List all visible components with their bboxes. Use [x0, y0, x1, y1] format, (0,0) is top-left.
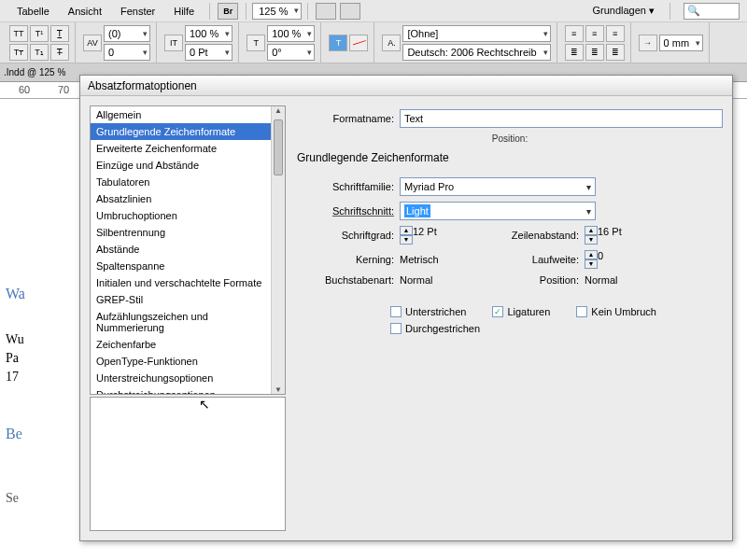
font-style-select[interactable]: Light [400, 202, 596, 220]
underline-checkbox[interactable]: Unterstrichen [390, 306, 466, 317]
canvas-text: Wu [6, 332, 24, 347]
category-item[interactable]: Aufzählungszeichen und Nummerierung [91, 308, 271, 336]
hscale-icon: T [247, 35, 265, 51]
category-item[interactable]: GREP-Stil [91, 291, 271, 308]
justify-icon[interactable]: ≣ [565, 44, 584, 61]
nobreak-checkbox[interactable]: Kein Umbruch [576, 306, 656, 317]
font-size-label: Schriftgrad: [297, 230, 400, 241]
category-item[interactable]: OpenType-Funktionen [91, 353, 271, 370]
allcaps-icon[interactable]: TT [9, 25, 28, 42]
charstyle-field[interactable]: [Ohne] [402, 25, 550, 42]
superscript-icon[interactable]: T¹ [30, 25, 49, 42]
menubar: Tabelle Ansicht Fenster Hilfe Br 125 % G… [0, 0, 747, 22]
canvas-text: Be [6, 426, 22, 442]
kerning-icon: AV [83, 35, 102, 51]
align-right-icon[interactable]: ≡ [606, 25, 625, 42]
category-item[interactable]: Grundlegende Zeichenformate [91, 123, 271, 140]
align-center-icon[interactable]: ≡ [585, 25, 604, 42]
zoom-select[interactable]: 125 % [252, 3, 302, 20]
bridge-icon[interactable]: Br [218, 3, 238, 20]
menu-fenster[interactable]: Fenster [111, 2, 164, 21]
category-item[interactable]: Abstände [91, 241, 271, 258]
tracking-field[interactable]: 0 [104, 44, 150, 61]
menu-hilfe[interactable]: Hilfe [164, 2, 204, 21]
tracking-spinner[interactable]: ▲▼ 0 [585, 250, 665, 269]
strikethrough-checkbox[interactable]: Durchgestrichen [390, 323, 480, 334]
category-item[interactable]: Einzüge und Abstände [91, 157, 271, 174]
tracking-label: Laufweite: [495, 254, 585, 265]
menu-ansicht[interactable]: Ansicht [59, 2, 111, 21]
position-select[interactable]: Normal [585, 274, 665, 286]
category-item[interactable]: Zeichenfarbe [91, 336, 271, 353]
position-label2: Position: [495, 274, 585, 286]
skew-field[interactable]: 0° [267, 44, 315, 61]
hscale-field[interactable]: 100 % [267, 25, 315, 42]
kerning-field[interactable]: (0) [104, 25, 150, 42]
search-input[interactable]: 🔍 [684, 3, 740, 20]
ligatures-checkbox[interactable]: ✓Ligaturen [492, 306, 550, 317]
menu-tabelle[interactable]: Tabelle [7, 2, 59, 21]
category-item[interactable]: Unterstreichungsoptionen [91, 370, 271, 386]
canvas-text: 17 [6, 370, 19, 385]
paragraph-style-dialog: Absatzformatoptionen AllgemeinGrundlegen… [79, 75, 733, 541]
position-label: Position: [297, 133, 723, 144]
justify-right-icon[interactable]: ≣ [606, 44, 625, 61]
control-toolbar: TTTᴛ T¹T₁ T̲T̶ AV (0) 0 IT 100 % 0 Pt T … [0, 22, 747, 63]
font-family-select[interactable]: Myriad Pro [400, 177, 596, 196]
workspace-select[interactable]: Grundlagen ▾ [583, 1, 664, 21]
kerning-label: Kerning: [297, 254, 400, 265]
stroke-icon[interactable]: ╱ [349, 35, 368, 51]
leading-label: Zeilenabstand: [495, 230, 585, 241]
canvas-text: Wa [6, 286, 25, 302]
align-left-icon[interactable]: ≡ [565, 25, 584, 42]
font-size-spinner[interactable]: ▲▼ 12 Pt [400, 226, 480, 245]
underline-icon[interactable]: T̲ [50, 25, 69, 42]
category-item[interactable]: Umbruchoptionen [91, 207, 271, 224]
category-item[interactable]: Silbentrennung [91, 224, 271, 241]
arrange-icon[interactable] [340, 3, 360, 20]
indent-field[interactable]: 0 mm [659, 35, 704, 51]
preview-box [90, 397, 286, 531]
category-item[interactable]: Initialen und verschachtelte Formate [91, 274, 271, 291]
category-item[interactable]: Durchstreichungsoptionen [91, 386, 271, 394]
justify-center-icon[interactable]: ≣ [585, 44, 604, 61]
fill-icon[interactable]: T [329, 35, 347, 51]
formatname-input[interactable]: Text [400, 109, 723, 128]
strike-icon[interactable]: T̶ [50, 44, 69, 61]
leading-spinner[interactable]: ▲▼ 16 Pt [585, 226, 665, 245]
dictionary-field[interactable]: Deutsch: 2006 Rechtschreib [402, 44, 550, 61]
smallcaps-icon[interactable]: Tᴛ [9, 44, 28, 61]
canvas-text: Pa [6, 351, 19, 366]
case-select[interactable]: Normal [400, 274, 480, 286]
vscale-icon: IT [164, 35, 183, 51]
vscale-field[interactable]: 100 % [185, 25, 233, 42]
kerning-select[interactable]: Metrisch [400, 254, 480, 265]
form-panel: Formatname: Text Position: Grundlegende … [297, 105, 723, 531]
category-item[interactable]: Allgemein [91, 106, 271, 123]
category-item[interactable]: Erweiterte Zeichenformate [91, 140, 271, 157]
section-heading: Grundlegende Zeichenformate [297, 151, 723, 164]
formatname-label: Formatname: [297, 113, 400, 124]
category-item[interactable]: Spaltenspanne [91, 258, 271, 274]
subscript-icon[interactable]: T₁ [30, 44, 49, 61]
font-family-label: Schriftfamilie: [297, 181, 400, 192]
category-scrollbar[interactable] [271, 106, 285, 394]
baseline-field[interactable]: 0 Pt [185, 44, 233, 61]
font-style-label: Schriftschnitt: [297, 205, 400, 217]
indent-icon: → [639, 35, 657, 51]
charstyle-icon: A. [382, 35, 401, 51]
case-label: Buchstabenart: [297, 274, 400, 286]
category-item[interactable]: Absatzlinien [91, 190, 271, 207]
screen-mode-icon[interactable] [316, 3, 336, 20]
category-item[interactable]: Tabulatoren [91, 174, 271, 190]
dialog-title: Absatzformatoptionen [80, 76, 732, 96]
canvas-text: Se [6, 491, 19, 506]
